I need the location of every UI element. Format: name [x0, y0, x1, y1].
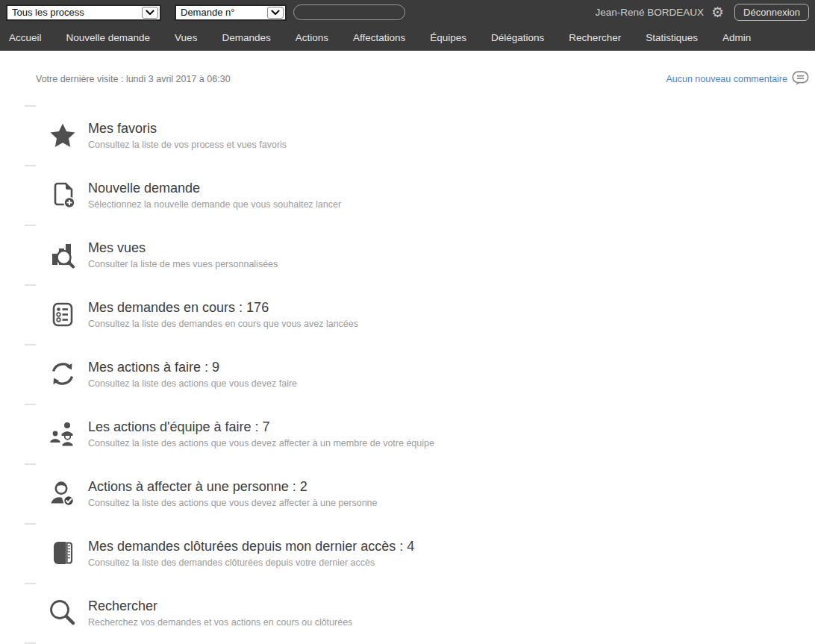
item-separator — [25, 284, 36, 286]
nav-item-nouvelle-demande[interactable]: Nouvelle demande — [66, 32, 151, 43]
nav-item-accueil[interactable]: Accueil — [9, 32, 42, 43]
checklist-icon — [48, 301, 78, 328]
logout-button[interactable]: Déconnexion — [734, 4, 809, 21]
last-visit-text: Votre dernière visite : lundi 3 avril 20… — [36, 74, 231, 84]
search-type-value: Demande n° — [176, 7, 267, 18]
item-separator — [25, 523, 36, 525]
search-input[interactable] — [293, 4, 405, 20]
process-filter-value: Tous les process — [7, 7, 142, 18]
home-menu: Mes favoris Consultez la liste de vos pr… — [0, 105, 815, 644]
menu-item-subtitle: Recherchez vos demandes et vos actions e… — [88, 617, 352, 628]
menu-item-title: Actions à affecter à une personne : 2 — [88, 478, 378, 495]
nav-item-actions[interactable]: Actions — [296, 32, 328, 43]
team-icon — [48, 419, 78, 448]
menu-item-title: Mes demandes en cours : 176 — [88, 299, 358, 316]
speech-bubble-icon — [792, 71, 809, 87]
menu-item-requests-in-progress[interactable]: Mes demandes en cours : 176 Consultez la… — [0, 284, 815, 344]
comments-link-label: Aucun nouveau commentaire — [666, 74, 787, 84]
menu-item-subtitle: Consultez la liste des actions que vous … — [88, 378, 297, 389]
menu-item-subtitle: Consultez la liste des actions que vous … — [88, 498, 378, 508]
item-separator — [25, 404, 36, 405]
menu-item-title: Mes actions à faire : 9 — [88, 359, 297, 376]
item-separator — [25, 165, 36, 166]
search-icon — [48, 598, 78, 627]
new-document-icon — [48, 181, 78, 209]
menu-item-title: Nouvelle demande — [88, 180, 341, 197]
menu-item-subtitle: Sélectionnez la nouvelle demande que vou… — [88, 199, 341, 210]
nav-item-affectations[interactable]: Affectations — [353, 32, 405, 43]
item-separator — [25, 225, 36, 226]
menu-item-title: Mes favoris — [88, 120, 287, 137]
star-icon — [48, 122, 78, 149]
menu-item-closed-requests[interactable]: Mes demandes clôturées depuis mon dernie… — [0, 523, 815, 583]
menu-item-subtitle: Consulter la liste de mes vues personnal… — [88, 259, 278, 269]
chart-magnifier-icon — [48, 240, 78, 269]
menu-item-title: Rechercher — [88, 598, 352, 615]
menu-item-my-actions[interactable]: Mes actions à faire : 9 Consultez la lis… — [0, 344, 815, 404]
closed-book-icon — [48, 539, 78, 567]
menu-item-favorites[interactable]: Mes favoris Consultez la liste de vos pr… — [0, 105, 815, 165]
item-separator — [25, 583, 36, 584]
menu-item-my-views[interactable]: Mes vues Consulter la liste de mes vues … — [0, 225, 815, 284]
user-name: Jean-René BORDEAUX — [596, 7, 705, 18]
menu-item-title: Mes demandes clôturées depuis mon dernie… — [88, 538, 414, 555]
nav-item-admin[interactable]: Admin — [722, 32, 751, 43]
header-toolbar: Tous les process Demande n° Jean-René BO… — [0, 0, 815, 25]
menu-item-subtitle: Consultez la liste des actions que vous … — [88, 438, 434, 448]
menu-item-subtitle: Consultez la liste des demandes clôturée… — [88, 557, 414, 568]
menu-item-search[interactable]: Rechercher Recherchez vos demandes et vo… — [0, 583, 815, 643]
item-separator — [25, 463, 36, 465]
menu-item-new-request[interactable]: Nouvelle demande Sélectionnez la nouvell… — [0, 165, 815, 225]
item-separator — [25, 344, 36, 346]
gear-icon[interactable]: ⚙ — [711, 5, 724, 19]
menu-item-title: Les actions d'équipe à faire : 7 — [88, 419, 434, 436]
person-check-icon — [48, 479, 78, 507]
nav-item-delegations[interactable]: Délégations — [491, 32, 544, 43]
nav-item-rechercher[interactable]: Rechercher — [569, 32, 621, 43]
process-filter-select[interactable]: Tous les process — [6, 4, 161, 21]
app-header: Tous les process Demande n° Jean-René BO… — [0, 0, 815, 51]
main-nav: Accueil Nouvelle demande Vues Demandes A… — [0, 25, 815, 51]
item-separator — [25, 105, 36, 107]
nav-item-equipes[interactable]: Équipes — [430, 32, 466, 43]
nav-item-vues[interactable]: Vues — [175, 32, 197, 43]
chevron-down-icon — [142, 7, 158, 19]
nav-item-demandes[interactable]: Demandes — [222, 32, 270, 43]
menu-item-assign-person[interactable]: Actions à affecter à une personne : 2 Co… — [0, 463, 815, 523]
menu-item-subtitle: Consultez la liste de vos process et vue… — [88, 140, 287, 150]
search-type-select[interactable]: Demande n° — [175, 4, 287, 21]
refresh-icon — [48, 360, 78, 388]
chevron-down-icon — [267, 7, 284, 19]
menu-item-team-actions[interactable]: Les actions d'équipe à faire : 7 Consult… — [0, 404, 815, 463]
comments-link[interactable]: Aucun nouveau commentaire — [666, 71, 809, 87]
nav-item-statistiques[interactable]: Statistiques — [646, 32, 698, 43]
status-row: Votre dernière visite : lundi 3 avril 20… — [36, 71, 809, 87]
menu-item-title: Mes vues — [88, 240, 278, 257]
menu-item-subtitle: Consultez la liste des demandes en cours… — [88, 319, 358, 329]
